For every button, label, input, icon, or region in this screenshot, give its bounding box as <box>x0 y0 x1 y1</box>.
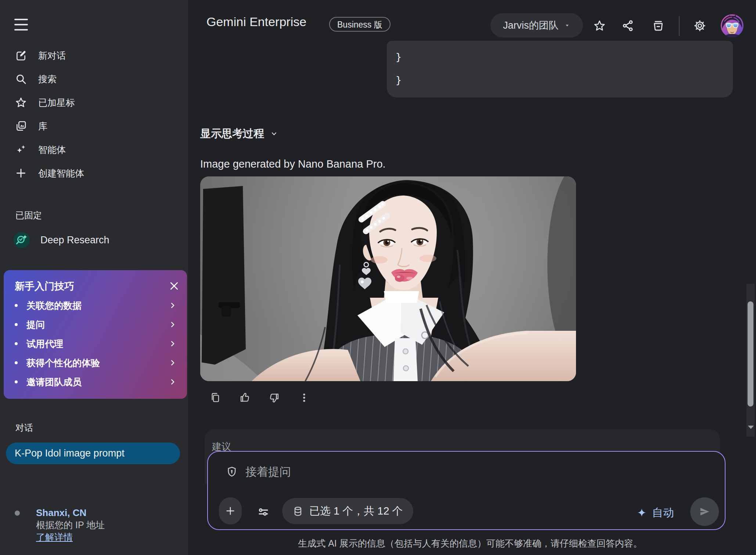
thinking-toggle-label: 显示思考过程 <box>200 126 264 141</box>
tips-item-label: 试用代理 <box>26 338 63 350</box>
settings-button[interactable] <box>691 17 709 35</box>
onboarding-tips-card: 新手入门技巧 关联您的数据 提问 <box>4 270 187 399</box>
sources-chip[interactable]: 已选 1 个，共 12 个 <box>282 498 413 524</box>
add-attachment-button[interactable] <box>219 497 242 524</box>
tips-item-label: 邀请团队成员 <box>26 376 82 388</box>
deep-research-icon <box>13 232 30 248</box>
assistant-message: Image generated by Nano Banana Pro. <box>200 158 386 170</box>
caret-down-icon <box>564 22 570 29</box>
prompt-input[interactable]: 接着提问 <box>226 464 291 480</box>
bullet-icon <box>15 323 18 326</box>
sidebar-item-label: 新对话 <box>38 50 66 62</box>
share-button[interactable] <box>619 17 637 35</box>
location-note: 根据您的 IP 地址 <box>36 519 105 531</box>
tips-item-personalize[interactable]: 获得个性化的体验 <box>15 353 178 372</box>
code-line: } <box>396 45 733 68</box>
edition-badge: Business 版 <box>329 17 390 32</box>
location-learn-more-link[interactable]: 了解详情 <box>36 531 105 543</box>
sidebar-item-starred[interactable]: 已加星标 <box>0 91 188 114</box>
scrollbar-thumb[interactable] <box>748 301 753 407</box>
model-mode-label: 自动 <box>652 505 674 520</box>
scrollbar-down-arrow[interactable] <box>748 426 754 429</box>
generated-image-art <box>200 176 576 381</box>
gemini-enterprise-app: 新对话 搜索 已加星标 <box>0 0 756 555</box>
sidebar-item-label: 库 <box>38 120 47 132</box>
menu-icon[interactable] <box>14 18 28 31</box>
tips-item-connect-data[interactable]: 关联您的数据 <box>15 296 178 315</box>
thinking-toggle[interactable]: 显示思考过程 <box>200 126 278 141</box>
pinned-item-label: Deep Research <box>40 234 109 246</box>
copy-button[interactable] <box>206 389 224 407</box>
send-button[interactable] <box>690 497 719 526</box>
sidebar-item-new-chat[interactable]: 新对话 <box>0 44 188 67</box>
team-selector-label: Jarvis的团队 <box>503 19 559 32</box>
generated-image[interactable] <box>200 176 576 381</box>
tips-card-title: 新手入门技巧 <box>15 280 178 293</box>
tips-list: 关联您的数据 提问 试用代理 <box>15 296 178 391</box>
library-icon <box>15 120 27 132</box>
sources-chip-label: 已选 1 个，共 12 个 <box>309 504 403 519</box>
chevron-right-icon <box>169 340 177 348</box>
more-options-button[interactable] <box>295 389 313 407</box>
message-actions <box>206 389 313 407</box>
conversation-item-active[interactable]: K-Pop Idol image prompt <box>6 443 180 464</box>
sidebar-item-label: 智能体 <box>38 144 66 156</box>
tips-item-ask[interactable]: 提问 <box>15 315 178 334</box>
thumbs-down-button[interactable] <box>266 389 283 407</box>
sidebar-item-agents[interactable]: 智能体 <box>0 138 188 161</box>
sidebar-item-search[interactable]: 搜索 <box>0 67 188 91</box>
close-icon[interactable] <box>169 280 180 291</box>
avatar[interactable] <box>721 14 744 37</box>
star-icon <box>15 96 27 109</box>
code-line: } <box>396 68 733 92</box>
conversation-title: K-Pop Idol image prompt <box>15 448 125 459</box>
tips-item-try-agents[interactable]: 试用代理 <box>15 334 178 353</box>
sparkle-icon <box>637 508 647 518</box>
tips-item-invite-team[interactable]: 邀请团队成员 <box>15 372 178 391</box>
tips-item-label: 提问 <box>26 319 45 331</box>
prompt-placeholder: 接着提问 <box>245 464 291 480</box>
plus-icon <box>225 505 236 516</box>
tune-icon <box>256 505 270 519</box>
chevron-right-icon <box>169 301 177 309</box>
sidebar-item-library[interactable]: 库 <box>0 114 188 138</box>
bullet-icon <box>15 380 18 383</box>
code-block: } } <box>387 41 733 97</box>
sidebar-item-create-agent[interactable]: 创建智能体 <box>0 161 188 185</box>
composer: 接着提问 已选 1 个，共 12 个 自动 <box>207 451 726 530</box>
chevron-right-icon <box>169 378 177 386</box>
sidebar: 新对话 搜索 已加星标 <box>0 0 188 555</box>
sidebar-item-label: 已加星标 <box>38 97 75 109</box>
sidebar-item-label: 搜索 <box>38 73 57 85</box>
header-divider <box>679 16 680 36</box>
ai-disclaimer: 生成式 AI 展示的信息（包括与人有关的信息）可能不够准确，请仔细检查回答内容。 <box>188 537 752 549</box>
send-icon <box>698 505 711 518</box>
sidebar-item-label: 创建智能体 <box>38 167 84 179</box>
bullet-icon <box>15 304 18 307</box>
chevron-down-icon <box>270 130 278 138</box>
chevron-right-icon <box>169 321 177 329</box>
sparkle-icon <box>15 143 27 156</box>
tools-button[interactable] <box>256 504 271 520</box>
location-info: Shanxi, CN 根据您的 IP 地址 了解详情 <box>15 506 105 543</box>
page-title: Gemini Enterprise <box>206 15 306 29</box>
team-selector[interactable]: Jarvis的团队 <box>490 13 583 37</box>
pinned-item-deep-research[interactable]: Deep Research <box>0 230 188 250</box>
star-button[interactable] <box>591 17 608 35</box>
compose-icon <box>15 49 27 62</box>
location-place: Shanxi, CN <box>36 506 105 519</box>
model-mode-selector[interactable]: 自动 <box>637 505 674 520</box>
chevron-right-icon <box>169 359 177 367</box>
conversations-section-label: 对话 <box>15 422 33 434</box>
bullet-icon <box>15 361 18 364</box>
tips-item-label: 关联您的数据 <box>26 300 82 312</box>
sidebar-nav: 新对话 搜索 已加星标 <box>0 44 188 185</box>
search-icon <box>15 73 27 85</box>
archive-button[interactable] <box>649 17 667 35</box>
location-dot-icon <box>15 511 20 516</box>
database-icon <box>292 506 303 517</box>
pinned-section-label: 已固定 <box>15 210 42 221</box>
bullet-icon <box>15 342 18 345</box>
plus-icon <box>15 167 27 179</box>
thumbs-up-button[interactable] <box>236 389 253 407</box>
